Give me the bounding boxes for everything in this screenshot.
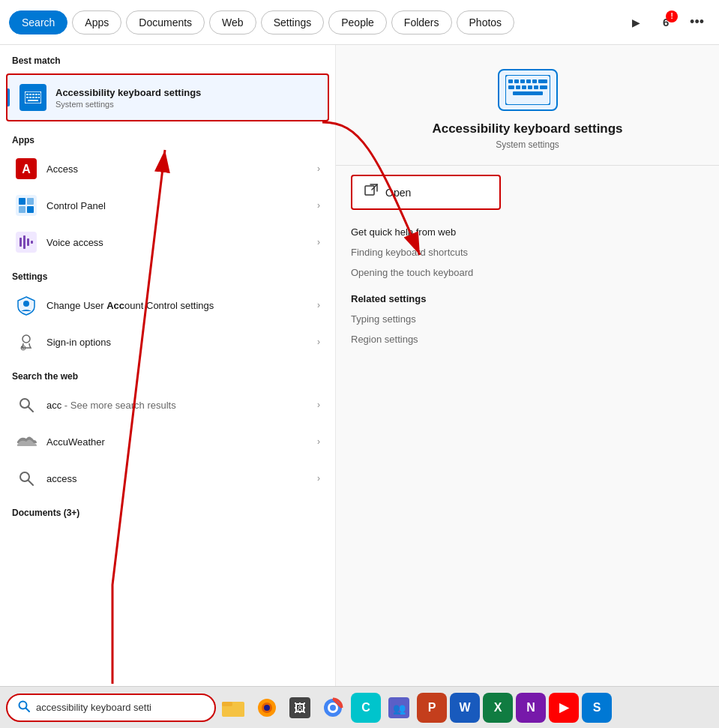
list-item-acc-search[interactable]: acc - See more search results › [3,387,332,423]
access-label: Access [46,163,317,175]
accuweather-icon [15,430,37,453]
control-panel-chevron: › [317,200,320,211]
svg-point-31 [20,472,29,481]
acc-search-chevron: › [317,400,320,410]
tab-documents[interactable]: Documents [126,10,205,34]
best-match-title: Accessibility keyboard settings [55,87,201,98]
taskbar-app-photos[interactable]: 🖼 [285,693,315,723]
svg-rect-18 [27,206,34,213]
left-panel: Best match [0,45,336,686]
touch-keyboard-link[interactable]: Opening the touch keyboard [351,262,704,283]
svg-rect-17 [19,206,25,213]
svg-rect-22 [27,238,29,246]
settings-section-label: Settings [0,261,335,286]
svg-rect-23 [31,241,33,244]
signin-label: Sign-in options [46,337,317,348]
taskbar-app-canva[interactable]: C [351,693,381,723]
acc-search-label: acc - See more search results [46,400,317,411]
quick-help-link[interactable]: Get quick help from web [351,222,704,242]
taskbar-app-excel[interactable]: X [483,693,513,723]
taskbar-app-chrome[interactable] [318,693,348,723]
taskbar-search-box[interactable]: accessibility keyboard setti [6,694,216,722]
best-match-label: Best match [0,45,335,70]
notification-button[interactable]: 6 ! [652,9,679,36]
accuweather-chevron: › [317,436,320,447]
svg-rect-47 [365,186,374,195]
more-button[interactable]: ••• [684,11,710,33]
svg-rect-7 [29,97,31,98]
signin-chevron: › [317,337,320,347]
region-settings-link[interactable]: Region settings [351,329,704,349]
svg-rect-6 [26,97,28,98]
list-item-signin[interactable]: Sign-in options › [3,324,332,360]
svg-rect-1 [26,94,28,95]
taskbar-app-word[interactable]: W [450,693,480,723]
tab-people[interactable]: People [328,10,387,34]
play-button[interactable]: ▶ [624,10,648,34]
main-content: Best match [0,45,719,686]
svg-rect-3 [32,94,34,95]
access-search-icon [15,467,37,490]
svg-rect-9 [35,97,37,98]
svg-rect-37 [526,79,531,83]
best-match-item[interactable]: Accessibility keyboard settings System s… [6,73,329,121]
taskbar-app-edge[interactable]: S [582,693,612,723]
list-item-access-search[interactable]: access › [3,460,332,496]
taskbar-app-teams[interactable]: 👥 [384,693,414,723]
best-match-text: Accessibility keyboard settings System s… [55,87,201,109]
taskbar-app-powerpoint[interactable]: P [417,693,447,723]
related-settings-label: Related settings [351,293,704,304]
tab-apps[interactable]: Apps [72,10,121,34]
svg-text:🖼: 🖼 [294,702,306,715]
list-item-voice-access[interactable]: Voice access › [3,224,332,260]
keyboard-large-icon [498,69,558,111]
finding-shortcuts-link[interactable]: Finding keyboard shortcuts [351,242,704,262]
uac-icon [15,294,37,316]
control-panel-label: Control Panel [46,200,317,211]
svg-rect-44 [534,85,538,89]
taskbar-app-firefox[interactable] [252,693,282,723]
svg-line-50 [26,708,30,712]
list-item-accuweather[interactable]: AccuWeather › [3,424,332,460]
taskbar-app-onenote[interactable]: N [516,693,546,723]
svg-rect-42 [522,85,526,89]
tab-search[interactable]: Search [9,10,67,34]
list-item-control-panel[interactable]: Control Panel › [3,187,332,223]
acc-search-icon [15,394,37,416]
open-button[interactable]: Open [351,175,501,210]
svg-rect-35 [514,79,519,83]
svg-rect-10 [38,97,40,98]
list-item-uac[interactable]: Change User Account Control settings › [3,287,332,323]
svg-rect-20 [19,238,22,247]
svg-point-61 [330,705,336,711]
svg-rect-15 [19,198,25,205]
svg-rect-36 [520,79,525,83]
svg-rect-39 [538,79,547,83]
svg-line-30 [28,407,33,412]
svg-rect-8 [32,97,34,98]
taskbar-app-youtube[interactable]: ▶ [549,693,579,723]
tab-photos[interactable]: Photos [457,10,515,34]
svg-line-32 [28,481,33,485]
open-label: Open [385,187,411,199]
list-item-access[interactable]: A Access › [3,151,332,187]
typing-settings-link[interactable]: Typing settings [351,309,704,329]
control-panel-icon [15,194,37,217]
svg-text:👥: 👥 [393,703,406,715]
svg-rect-53 [223,706,244,717]
svg-rect-21 [23,235,25,249]
right-header: Accessibility keyboard settings System s… [336,45,719,166]
svg-point-56 [264,705,270,711]
svg-rect-11 [28,100,38,101]
uac-label: Change User Account Control settings [46,300,317,311]
taskbar-search-text: accessibility keyboard setti [36,702,151,713]
tab-settings[interactable]: Settings [261,10,325,34]
svg-rect-46 [513,91,543,95]
voice-access-label: Voice access [46,237,317,248]
svg-rect-43 [528,85,532,89]
taskbar-app-explorer[interactable] [219,693,249,723]
tab-folders[interactable]: Folders [391,10,452,34]
svg-rect-4 [35,94,37,95]
tab-web[interactable]: Web [209,10,256,34]
voice-access-chevron: › [317,237,320,247]
